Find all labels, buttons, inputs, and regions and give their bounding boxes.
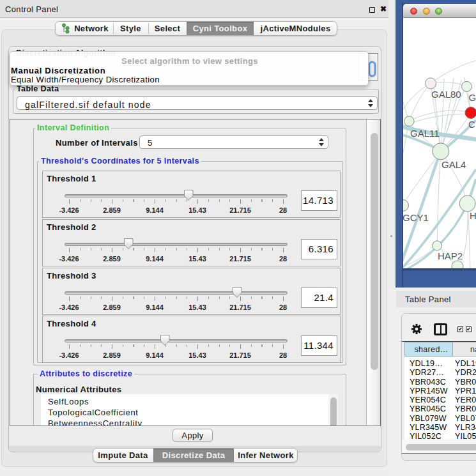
svg-text:H: H — [470, 210, 476, 221]
svg-text:GAL80: GAL80 — [431, 89, 461, 100]
svg-text:HAP2: HAP2 — [438, 250, 463, 261]
svg-text:GAL11: GAL11 — [410, 128, 440, 139]
svg-text:GAL4: GAL4 — [441, 159, 466, 170]
svg-text:GCY1: GCY1 — [403, 212, 429, 223]
svg-text:C: C — [468, 119, 475, 130]
svg-text:GA: GA — [469, 92, 476, 103]
